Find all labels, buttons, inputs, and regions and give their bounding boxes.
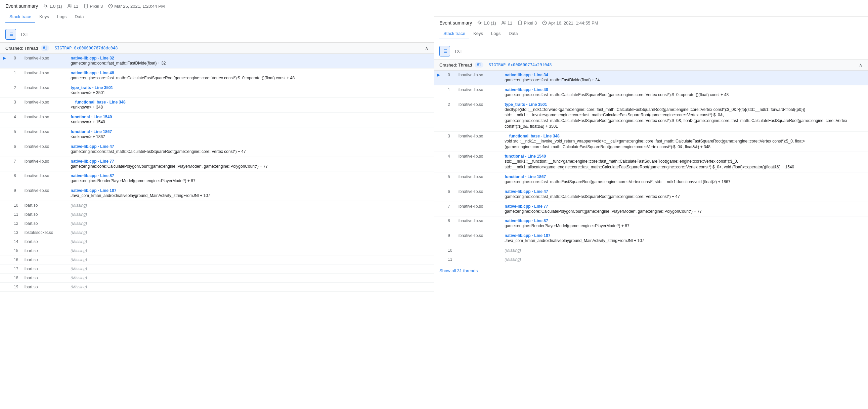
left-event-summary-row: Event summary 1.0 (1) 11 Pixel 3 Mar 25,… — [5, 3, 428, 9]
frame-func: Java_com_kman_androidnativeplayground_Ma… — [70, 193, 431, 199]
svg-rect-25 — [519, 21, 521, 25]
frame-number: 5 — [8, 127, 21, 142]
frame-lib: libnative-lib.so — [455, 152, 502, 172]
right-event-summary-label: Event summary — [439, 20, 472, 26]
frame-detail: (Missing) — [68, 237, 434, 246]
right-thread-sig: SIGTRAP 0x000000774a29f048 — [489, 62, 552, 67]
frame-lib: libnative-lib.so — [21, 156, 68, 171]
frame-detail: type_traits - Line 3501<unknown> + 3501 — [68, 83, 434, 98]
frame-lib: libnative-lib.so — [21, 171, 68, 186]
table-row: 3libnative-lib.so__functional_base - Lin… — [434, 132, 868, 152]
frame-lib: libart.so — [21, 255, 68, 264]
frame-lib: libnative-lib.so — [455, 100, 502, 132]
frame-number: 10 — [442, 246, 455, 255]
frame-number: 4 — [442, 152, 455, 172]
frame-number: 7 — [442, 202, 455, 216]
frame-lib: libnative-lib.so — [455, 216, 502, 231]
frame-detail: (Missing) — [68, 255, 434, 264]
missing-label: (Missing) — [70, 275, 87, 280]
tab-stack-trace-left[interactable]: Stack trace — [5, 11, 35, 23]
row-indicator — [0, 156, 8, 171]
txt-label-left: TXT — [19, 32, 30, 37]
frame-func: void std::__ndk1::__invoke_void_return_w… — [504, 139, 865, 150]
frame-number: 13 — [8, 228, 21, 237]
table-row: 2libnative-lib.sotype_traits - Line 3501… — [434, 100, 868, 132]
frame-detail: native-lib.cpp - Line 32game::engine::co… — [68, 54, 434, 68]
frame-lib: libnative-lib.so — [21, 83, 68, 98]
table-row: 3libnative-lib.so__functional_base - Lin… — [0, 98, 434, 113]
frame-func: game::engine::core::fast_math::Calculate… — [70, 149, 431, 154]
missing-label: (Missing) — [70, 203, 87, 208]
table-row: 2libnative-lib.sotype_traits - Line 3501… — [0, 83, 434, 98]
frame-detail: native-lib.cpp - Line 47game::engine::co… — [502, 187, 868, 202]
list-view-btn-right[interactable] — [439, 46, 450, 56]
left-thread-sig: SIGTRAP 0x000000767d8dc048 — [55, 46, 118, 51]
list-view-btn-left[interactable] — [5, 29, 16, 40]
frame-lib: libnative-lib.so — [455, 172, 502, 187]
row-indicator — [0, 201, 8, 210]
frame-file: functional - Line 1867 — [70, 129, 431, 134]
frame-lib: libnative-lib.so — [21, 98, 68, 113]
row-indicator — [0, 282, 8, 291]
row-indicator — [434, 202, 442, 216]
right-collapse-btn[interactable]: ∧ — [859, 62, 862, 67]
left-header: Event summary 1.0 (1) 11 Pixel 3 Mar 25,… — [0, 0, 434, 26]
frame-number: 8 — [442, 216, 455, 231]
frame-number: 18 — [8, 273, 21, 282]
right-toolbar: TXT — [434, 43, 868, 59]
table-row: 6libnative-lib.sonative-lib.cpp - Line 4… — [434, 187, 868, 202]
frame-detail: (Missing) — [68, 264, 434, 273]
frame-detail: (Missing) — [68, 228, 434, 237]
tab-keys-left[interactable]: Keys — [35, 11, 53, 23]
tab-stack-trace-right[interactable]: Stack trace — [439, 28, 469, 39]
row-indicator — [0, 219, 8, 228]
frame-detail: functional - Line 1540std::__ndk1::__fun… — [502, 152, 868, 172]
frame-detail: functional - Line 1867<unknown> + 1867 — [68, 127, 434, 142]
frame-number: 5 — [442, 172, 455, 187]
frame-lib: libart.so — [21, 237, 68, 246]
frame-func: game::engine::core::fast_math::Calculate… — [504, 92, 865, 98]
row-indicator — [0, 142, 8, 156]
frame-func: game::engine::core::fast_math::FastDivid… — [70, 60, 431, 66]
frame-number: 4 — [8, 113, 21, 127]
right-date: Apr 16, 2021, 1:44:55 PM — [548, 21, 598, 26]
frame-detail: (Missing) — [68, 282, 434, 291]
frame-file: native-lib.cpp - Line 47 — [70, 144, 431, 149]
tab-logs-right[interactable]: Logs — [487, 28, 504, 39]
frame-detail: (Missing) — [68, 273, 434, 282]
left-collapse-btn[interactable]: ∧ — [425, 46, 428, 51]
right-thread-title: Crashed: Thread #1 SIGTRAP 0x000000774a2… — [439, 62, 552, 67]
table-row: 6libnative-lib.sonative-lib.cpp - Line 4… — [0, 142, 434, 156]
frame-number: 2 — [8, 83, 21, 98]
frame-detail: __functional_base - Line 348<unknown> + … — [68, 98, 434, 113]
right-thread-num: #1 — [475, 62, 483, 67]
frame-file: native-lib.cpp - Line 107 — [504, 233, 865, 238]
frame-detail: native-lib.cpp - Line 77game::engine::co… — [502, 202, 868, 216]
frame-number: 11 — [8, 210, 21, 219]
right-top-spacer — [434, 0, 868, 17]
frame-number: 16 — [8, 255, 21, 264]
frame-number: 9 — [442, 231, 455, 246]
frame-file: native-lib.cpp - Line 107 — [70, 188, 431, 193]
tab-keys-right[interactable]: Keys — [469, 28, 487, 39]
tab-data-left[interactable]: Data — [70, 11, 88, 23]
frame-number: 17 — [8, 264, 21, 273]
frame-lib: libart.so — [21, 201, 68, 210]
row-indicator — [0, 210, 8, 219]
tab-data-right[interactable]: Data — [504, 28, 522, 39]
row-indicator — [0, 98, 8, 113]
frame-lib — [455, 246, 502, 255]
left-devices-meta: 11 — [67, 4, 78, 9]
frame-number: 6 — [442, 187, 455, 202]
table-row: 13libstatssocket.so(Missing) — [0, 228, 434, 237]
frame-lib: libnative-lib.so — [21, 54, 68, 68]
row-indicator — [434, 246, 442, 255]
row-indicator — [434, 152, 442, 172]
frame-func: Java_com_kman_androidnativeplayground_Ma… — [504, 238, 865, 244]
tab-logs-left[interactable]: Logs — [53, 11, 70, 23]
show-all-threads-btn[interactable]: Show all 31 threads — [434, 264, 868, 277]
frame-lib: libart.so — [21, 210, 68, 219]
left-device-name: Pixel 3 — [90, 4, 103, 9]
table-row: 18libart.so(Missing) — [0, 273, 434, 282]
left-content: Crashed: Thread #1 SIGTRAP 0x000000767d8… — [0, 43, 434, 409]
